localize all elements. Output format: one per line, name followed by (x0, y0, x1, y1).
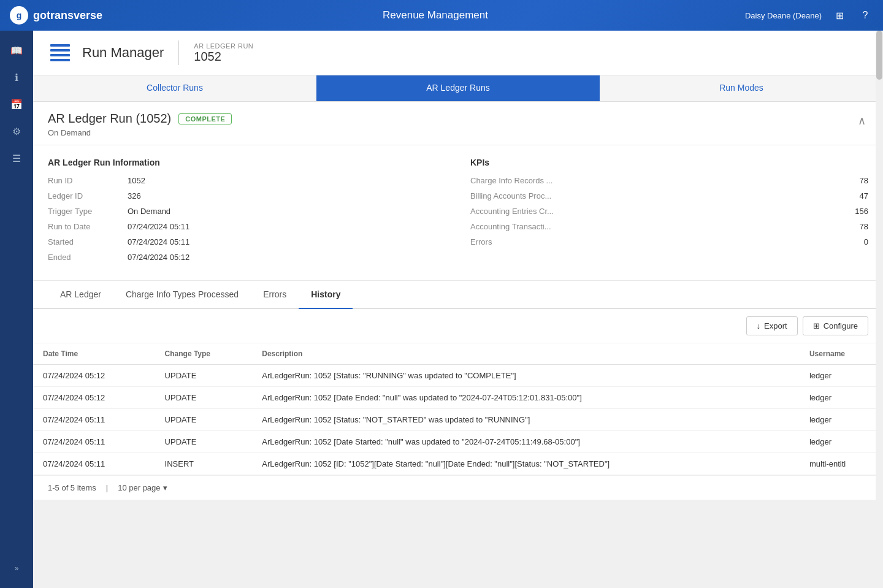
started-label: Started (48, 237, 128, 246)
top-nav-right: Daisy Deane (Deane) ⊞ ? (738, 7, 873, 23)
svg-rect-1 (50, 49, 70, 52)
grid-icon[interactable]: ⊞ (831, 7, 847, 23)
scrollbar-thumb[interactable] (876, 31, 882, 80)
kpi-charge-info-label: Charge Info Records ... (470, 176, 552, 185)
ended-val: 07/24/2024 05:12 (128, 253, 189, 262)
pagination-summary: 1-5 of 5 items (48, 483, 96, 492)
kpi-billing-accounts: Billing Accounts Proc... 47 (470, 191, 868, 200)
ended-label: Ended (48, 253, 128, 262)
content-area: AR Ledger Run (1052) COMPLETE On Demand … (33, 102, 883, 500)
history-table: Date Time Change Type Description Userna… (33, 343, 883, 475)
col-change-type: Change Type (155, 343, 253, 365)
cell-change-type-4: INSERT (155, 453, 253, 475)
cell-description-0: ArLedgerRun: 1052 [Status: "RUNNING" was… (252, 365, 800, 387)
cell-datetime-1: 07/24/2024 05:12 (33, 387, 155, 409)
table-row: 07/24/2024 05:11 UPDATE ArLedgerRun: 105… (33, 409, 883, 431)
table-body: 07/24/2024 05:12 UPDATE ArLedgerRun: 105… (33, 365, 883, 475)
run-to-date-label: Run to Date (48, 222, 128, 231)
export-button[interactable]: ↓ Export (746, 316, 798, 335)
user-menu[interactable]: Daisy Deane (Deane) (745, 11, 822, 20)
sub-tab-bar: AR Ledger Charge Info Types Processed Er… (33, 281, 883, 309)
table-header: Date Time Change Type Description Userna… (33, 343, 883, 365)
run-header: AR Ledger Run (1052) COMPLETE On Demand … (33, 102, 883, 145)
status-badge: COMPLETE (178, 113, 232, 124)
tab-ar-ledger-runs[interactable]: AR Ledger Runs (316, 75, 600, 101)
export-icon: ↓ (757, 321, 761, 330)
info-row-ended: Ended 07/24/2024 05:12 (48, 253, 446, 262)
run-subtitle: On Demand (48, 128, 232, 137)
started-val: 07/24/2024 05:11 (128, 237, 189, 246)
run-id-label: Run ID (48, 176, 128, 185)
tab-collector-runs[interactable]: Collector Runs (33, 75, 316, 101)
sidebar-icon-calendar[interactable]: 📅 (4, 92, 29, 116)
sub-tab-errors[interactable]: Errors (251, 281, 299, 309)
sidebar-icon-book[interactable]: 📖 (4, 38, 29, 63)
run-title-text: AR Ledger Run (1052) (48, 112, 171, 126)
kpi-errors: Errors 0 (470, 237, 868, 246)
sub-tab-history[interactable]: History (299, 281, 353, 309)
top-navigation: g gotransverse Revenue Management Daisy … (0, 0, 883, 31)
collapse-button[interactable]: ∧ (855, 112, 868, 130)
kpi-accounting-entries-label: Accounting Entries Cr... (470, 207, 554, 216)
sub-tab-ar-ledger[interactable]: AR Ledger (48, 281, 113, 309)
cell-username-4: multi-entiti (800, 453, 883, 475)
table-row: 07/24/2024 05:12 UPDATE ArLedgerRun: 105… (33, 387, 883, 409)
cell-datetime-4: 07/24/2024 05:11 (33, 453, 155, 475)
cell-datetime-3: 07/24/2024 05:11 (33, 431, 155, 453)
cell-description-1: ArLedgerRun: 1052 [Date Ended: "null" wa… (252, 387, 800, 409)
header-divider (178, 40, 179, 65)
kpi-billing-accounts-val: 47 (860, 191, 868, 200)
sidebar-icon-gear[interactable]: ⚙ (4, 119, 29, 143)
cell-change-type-3: UPDATE (155, 431, 253, 453)
run-id-area: AR LEDGER RUN 1052 (194, 42, 253, 64)
logo-area: g gotransverse (10, 6, 132, 25)
kpi-charge-info-val: 78 (860, 176, 868, 185)
configure-label: Configure (824, 321, 858, 330)
kpi-accounting-trans-val: 78 (860, 222, 868, 231)
kpi-billing-accounts-label: Billing Accounts Proc... (470, 191, 551, 200)
main-tab-bar: Collector Runs AR Ledger Runs Run Modes (33, 75, 883, 102)
sidebar-icon-info[interactable]: ℹ (4, 65, 29, 90)
sidebar-collapse-button[interactable]: » (4, 561, 29, 576)
configure-button[interactable]: ⊞ Configure (803, 316, 868, 335)
scrollbar[interactable] (876, 31, 883, 588)
cell-description-4: ArLedgerRun: 1052 [ID: "1052"][Date Star… (252, 453, 800, 475)
run-sublabel: AR LEDGER RUN (194, 42, 253, 50)
info-left-panel: AR Ledger Run Information Run ID 1052 Le… (48, 158, 446, 268)
info-row-trigger-type: Trigger Type On Demand (48, 207, 446, 216)
module-title: Revenue Management (132, 9, 738, 21)
sub-tab-charge-info-types[interactable]: Charge Info Types Processed (113, 281, 251, 309)
info-row-ledger-id: Ledger ID 326 (48, 191, 446, 200)
cell-change-type-2: UPDATE (155, 409, 253, 431)
trigger-type-label: Trigger Type (48, 207, 128, 216)
info-row-started: Started 07/24/2024 05:11 (48, 237, 446, 246)
page-header: Run Manager AR LEDGER RUN 1052 (33, 31, 883, 75)
cell-username-1: ledger (800, 387, 883, 409)
kpi-accounting-trans: Accounting Transacti... 78 (470, 222, 868, 231)
per-page-selector[interactable]: 10 per page ▾ (118, 483, 167, 492)
logo-icon: g (10, 6, 28, 25)
kpi-accounting-entries: Accounting Entries Cr... 156 (470, 207, 868, 216)
kpi-charge-info: Charge Info Records ... 78 (470, 176, 868, 185)
col-datetime: Date Time (33, 343, 155, 365)
sidebar: 📖 ℹ 📅 ⚙ ☰ » (0, 31, 33, 588)
svg-rect-3 (50, 59, 70, 61)
run-title-area: AR Ledger Run (1052) COMPLETE On Demand (48, 112, 232, 137)
table-toolbar: ↓ Export ⊞ Configure (33, 309, 883, 343)
ledger-id-label: Ledger ID (48, 191, 128, 200)
page-title: Run Manager (82, 45, 164, 61)
per-page-chevron-icon: ▾ (163, 483, 167, 492)
sidebar-icon-list[interactable]: ☰ (4, 146, 29, 170)
help-icon[interactable]: ? (857, 7, 873, 23)
main-content: Run Manager AR LEDGER RUN 1052 Collector… (33, 31, 883, 588)
app-name: gotransverse (33, 9, 102, 22)
cell-change-type-0: UPDATE (155, 365, 253, 387)
run-id-val: 1052 (128, 176, 145, 185)
cell-change-type-1: UPDATE (155, 387, 253, 409)
table-row: 07/24/2024 05:11 UPDATE ArLedgerRun: 105… (33, 431, 883, 453)
run-title: AR Ledger Run (1052) COMPLETE (48, 112, 232, 126)
tab-run-modes[interactable]: Run Modes (600, 75, 883, 101)
info-row-run-id: Run ID 1052 (48, 176, 446, 185)
table-row: 07/24/2024 05:12 UPDATE ArLedgerRun: 105… (33, 365, 883, 387)
kpi-accounting-trans-label: Accounting Transacti... (470, 222, 551, 231)
